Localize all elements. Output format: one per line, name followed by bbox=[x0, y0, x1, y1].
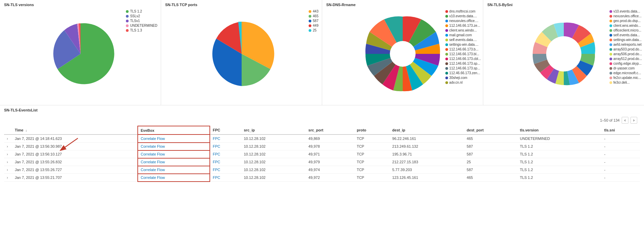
evebox-link[interactable]: Correlate Flow bbox=[141, 137, 165, 141]
expand-icon[interactable]: › bbox=[7, 144, 8, 148]
dest-port-cell: 587 bbox=[464, 150, 517, 158]
expand-icon[interactable]: › bbox=[7, 175, 8, 180]
col-dest-ip[interactable]: dest_ip bbox=[390, 126, 464, 134]
chart-tcp-ports-legend: 443 465 587 449 25 bbox=[309, 9, 318, 32]
pagination-prev-button[interactable]: ‹ bbox=[622, 117, 628, 124]
time-cell: Jan 7, 2021 @ 13:55:21.707 bbox=[12, 174, 138, 182]
evebox-link[interactable]: Correlate Flow bbox=[141, 144, 165, 148]
evebox-cell[interactable]: Correlate Flow bbox=[138, 166, 210, 174]
evebox-link[interactable]: Correlate Flow bbox=[141, 168, 165, 172]
table-row: › Jan 7, 2021 @ 13:55:26.832 Correlate F… bbox=[4, 158, 640, 166]
col-tls-sni[interactable]: tls.sni bbox=[601, 126, 640, 134]
dest-port-cell: 587 bbox=[464, 143, 517, 150]
time-cell: Jan 7, 2021 @ 13:56:10.127 bbox=[12, 150, 138, 158]
evebox-cell[interactable]: Correlate Flow bbox=[138, 174, 210, 182]
col-evebox[interactable]: EveBox bbox=[138, 126, 210, 134]
chart-dns-rrname: SN-DNS-Rrname bbox=[322, 0, 483, 105]
tls-sni-cell: - bbox=[601, 134, 640, 143]
src-ip-cell: 10.12.28.102 bbox=[241, 150, 306, 158]
chart-tls-versions-title: SN-TLS versions bbox=[4, 3, 157, 7]
fpc-cell[interactable]: FPC bbox=[210, 174, 241, 182]
evebox-link[interactable]: Correlate Flow bbox=[141, 152, 165, 156]
time-cell: Jan 7, 2021 @ 13:56:30.987 bbox=[12, 143, 138, 150]
evebox-cell[interactable]: Correlate Flow bbox=[138, 158, 210, 166]
evebox-link[interactable]: Correlate Flow bbox=[141, 160, 165, 164]
chart-tcp-ports: SN-TLS TCP ports 443 bbox=[161, 0, 322, 105]
fpc-link[interactable]: FPC bbox=[213, 152, 220, 156]
fpc-cell[interactable]: FPC bbox=[210, 150, 241, 158]
expand-cell[interactable]: › bbox=[4, 150, 12, 158]
evebox-link[interactable]: Correlate Flow bbox=[141, 175, 165, 180]
table-row: › Jan 7, 2021 @ 14:18:41.623 Correlate F… bbox=[4, 134, 640, 143]
time-sort-icon: ↓ bbox=[25, 129, 27, 132]
dest-ip-cell: 212.227.15.183 bbox=[390, 158, 464, 166]
evebox-cell[interactable]: Correlate Flow bbox=[138, 134, 210, 143]
time-cell: Jan 7, 2021 @ 13:55:26.727 bbox=[12, 166, 138, 174]
fpc-link[interactable]: FPC bbox=[213, 144, 220, 148]
tls-version-cell: TLS 1.2 bbox=[517, 166, 601, 174]
tls-version-cell: TLS 1.2 bbox=[517, 150, 601, 158]
evebox-cell[interactable]: Correlate Flow bbox=[138, 143, 210, 150]
legend-465: 465 bbox=[309, 14, 318, 18]
fpc-link[interactable]: FPC bbox=[213, 168, 220, 172]
tls-sni-cell: - bbox=[601, 150, 640, 158]
src-port-cell: 49,978 bbox=[306, 143, 354, 150]
src-ip-cell: 10.12.28.102 bbox=[241, 174, 306, 182]
expand-cell[interactable]: › bbox=[4, 134, 12, 143]
fpc-link[interactable]: FPC bbox=[213, 175, 220, 180]
table-section: SN-TLS-EventsList 1–50 of 134 ‹ › bbox=[0, 105, 644, 228]
col-time[interactable]: Time ↓ bbox=[12, 126, 138, 134]
src-ip-cell: 10.12.28.102 bbox=[241, 166, 306, 174]
col-src-ip[interactable]: src_ip bbox=[241, 126, 306, 134]
col-tls-version[interactable]: tls.version bbox=[517, 126, 601, 134]
chart-tcp-ports-title: SN-TLS TCP ports bbox=[165, 3, 318, 7]
fpc-cell[interactable]: FPC bbox=[210, 134, 241, 143]
expand-icon[interactable]: › bbox=[7, 152, 8, 156]
expand-cell[interactable]: › bbox=[4, 143, 12, 150]
dest-ip-cell: 213.249.61.132 bbox=[390, 143, 464, 150]
chart-tls-bysni-title: SN-TLS-BySni bbox=[487, 3, 640, 7]
table-row: › Jan 7, 2021 @ 13:55:21.707 Correlate F… bbox=[4, 174, 640, 182]
dest-ip-cell: 5.77.39.203 bbox=[390, 166, 464, 174]
proto-cell: TCP bbox=[354, 134, 390, 143]
proto-cell: TCP bbox=[354, 143, 390, 150]
evebox-cell[interactable]: Correlate Flow bbox=[138, 150, 210, 158]
events-table-container: Time ↓ EveBox FPC src_ip src_port proto … bbox=[4, 126, 640, 182]
fpc-cell[interactable]: FPC bbox=[210, 143, 241, 150]
col-src-port[interactable]: src_port bbox=[306, 126, 354, 134]
svg-point-0 bbox=[390, 41, 416, 67]
chart-tls-bysni: SN-TLS-BySni bbox=[483, 0, 644, 105]
col-fpc[interactable]: FPC bbox=[210, 126, 241, 134]
dashboard: SN-TLS versions TLS 1 bbox=[0, 0, 644, 228]
legend-443: 443 bbox=[309, 9, 318, 13]
expand-cell[interactable]: › bbox=[4, 158, 12, 166]
table-title: SN-TLS-EventsList bbox=[4, 108, 640, 112]
fpc-cell[interactable]: FPC bbox=[210, 166, 241, 174]
col-dest-port[interactable]: dest_port bbox=[464, 126, 517, 134]
expand-icon[interactable]: › bbox=[7, 137, 8, 141]
expand-cell[interactable]: › bbox=[4, 166, 12, 174]
src-port-cell: 49,972 bbox=[306, 174, 354, 182]
tls-version-cell: TLS 1.2 bbox=[517, 143, 601, 150]
src-port-cell: 49,974 bbox=[306, 166, 354, 174]
table-wrapper: Time ↓ EveBox FPC src_ip src_port proto … bbox=[4, 126, 640, 182]
col-proto[interactable]: proto bbox=[354, 126, 390, 134]
expand-icon[interactable]: › bbox=[7, 160, 8, 164]
dest-port-cell: 587 bbox=[464, 166, 517, 174]
chart-tls-bysni-legend: v10.events.data... nexusrules.office... … bbox=[609, 9, 642, 84]
expand-icon[interactable]: › bbox=[7, 168, 8, 172]
src-port-cell: 49,869 bbox=[306, 134, 354, 143]
chart-tls-versions: SN-TLS versions TLS 1 bbox=[0, 0, 161, 105]
fpc-link[interactable]: FPC bbox=[213, 137, 220, 141]
dest-ip-cell: 195.3.96.71 bbox=[390, 150, 464, 158]
expand-cell[interactable]: › bbox=[4, 174, 12, 182]
pagination-next-button[interactable]: › bbox=[630, 117, 637, 124]
fpc-cell[interactable]: FPC bbox=[210, 158, 241, 166]
dest-ip-cell: 96.22.246.161 bbox=[390, 134, 464, 143]
legend-587: 587 bbox=[309, 19, 318, 23]
dest-port-cell: 25 bbox=[464, 158, 517, 166]
time-cell: Jan 7, 2021 @ 13:55:26.832 bbox=[12, 158, 138, 166]
src-port-cell: 49,971 bbox=[306, 150, 354, 158]
fpc-link[interactable]: FPC bbox=[213, 160, 220, 164]
src-ip-cell: 10.12.28.102 bbox=[241, 134, 306, 143]
